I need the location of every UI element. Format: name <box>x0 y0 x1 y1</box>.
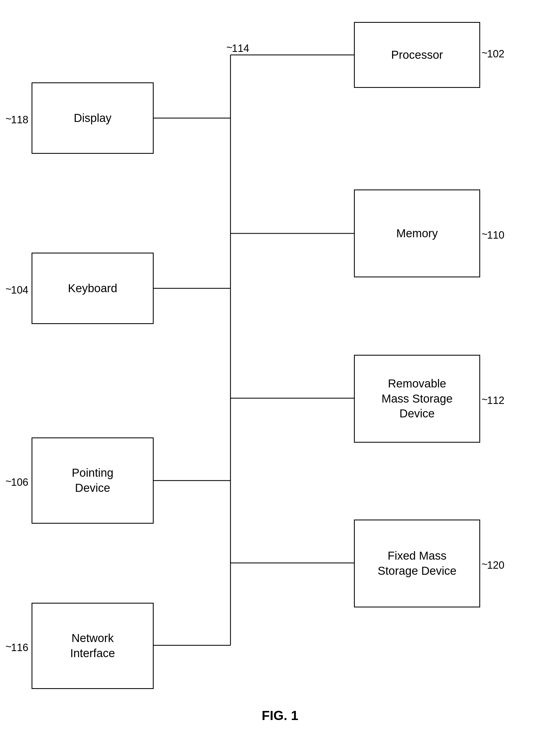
memory-box: Memory <box>354 190 480 277</box>
ref-112: 112 <box>487 395 504 407</box>
keyboard-box: Keyboard <box>32 253 154 324</box>
pointing-label: Pointing Device <box>72 465 114 495</box>
fixed-label: Fixed Mass Storage Device <box>378 548 456 578</box>
ref-114: 114 <box>232 42 249 54</box>
display-label: Display <box>74 111 112 126</box>
display-box: Display <box>32 83 154 154</box>
tilde-102: ~ <box>482 47 488 59</box>
network-box: Network Interface <box>32 603 154 689</box>
ref-104: 104 <box>11 284 28 296</box>
pointing-box: Pointing Device <box>32 438 154 524</box>
network-label: Network Interface <box>70 631 115 661</box>
removable-box: Removable Mass Storage Device <box>354 355 480 443</box>
tilde-120: ~ <box>482 558 488 570</box>
processor-label: Processor <box>391 47 443 63</box>
ref-116: 116 <box>11 642 28 653</box>
keyboard-label: Keyboard <box>68 281 117 296</box>
fixed-box: Fixed Mass Storage Device <box>354 520 480 608</box>
diagram: Processor 102 ~ Display 118 ~ 114 ~ Memo… <box>0 0 560 745</box>
tilde-118: ~ <box>5 113 11 125</box>
processor-box: Processor <box>354 22 480 88</box>
ref-106: 106 <box>11 477 28 488</box>
memory-label: Memory <box>396 226 438 241</box>
ref-110: 110 <box>487 229 504 241</box>
tilde-112: ~ <box>482 394 488 406</box>
tilde-116: ~ <box>5 641 11 653</box>
ref-102: 102 <box>487 48 504 60</box>
tilde-104: ~ <box>5 283 11 295</box>
tilde-110: ~ <box>482 228 488 240</box>
tilde-106: ~ <box>5 476 11 487</box>
tilde-114: ~ <box>226 42 233 54</box>
ref-118: 118 <box>11 114 28 126</box>
removable-label: Removable Mass Storage Device <box>381 376 452 421</box>
figure-caption: FIG. 1 <box>262 708 298 723</box>
ref-120: 120 <box>487 559 504 571</box>
